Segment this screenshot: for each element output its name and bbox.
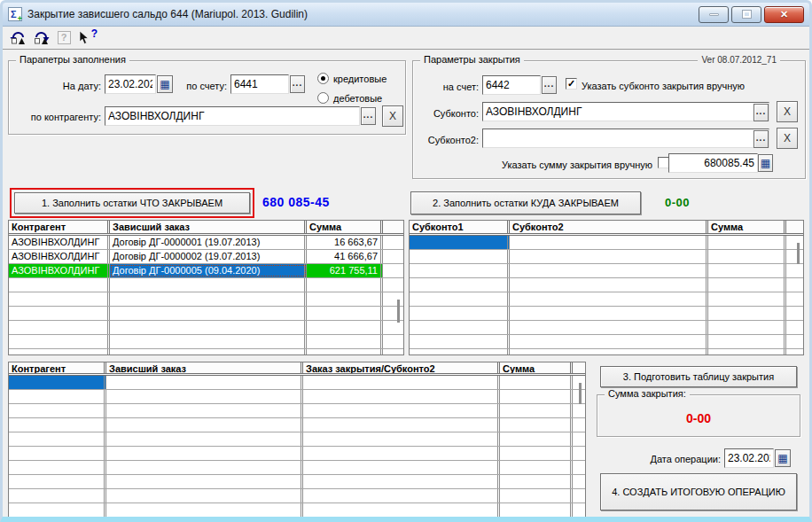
- grid-cell[interactable]: [708, 307, 786, 320]
- grid-cell[interactable]: 41 666,67: [307, 250, 383, 263]
- grid-cell[interactable]: [708, 349, 786, 355]
- grid-cell[interactable]: [9, 447, 106, 460]
- grid-cell[interactable]: [9, 335, 110, 348]
- fill-account-picker-button[interactable]: ...: [290, 75, 305, 93]
- grid-cell[interactable]: [9, 349, 110, 355]
- table-row[interactable]: [9, 475, 585, 489]
- fill-date-input[interactable]: [105, 74, 156, 94]
- grid-cell[interactable]: [510, 250, 708, 263]
- grid-cell[interactable]: [106, 475, 303, 488]
- close-button[interactable]: ✕: [764, 6, 804, 23]
- grid-cell[interactable]: [110, 292, 307, 306]
- grid-cell[interactable]: [110, 321, 307, 334]
- context-help-button[interactable]: ?: [77, 28, 97, 48]
- grid-cell[interactable]: [303, 461, 500, 474]
- grid-cell[interactable]: [510, 264, 708, 277]
- manual-subconto-label[interactable]: Указать субконто закрытия вручную: [582, 80, 745, 92]
- manual-sum-label[interactable]: Указать сумму закрытия вручную: [484, 159, 652, 171]
- grid-cell[interactable]: [106, 489, 303, 503]
- step4-create-operation-button[interactable]: 4. СОЗДАТЬ ИТОГОВУЮ ОПЕРАЦИЮ: [600, 473, 797, 510]
- grid-cell[interactable]: [410, 250, 510, 263]
- table-row[interactable]: АЗОВІНВХОЛДИНГДоговір ДГ-0000002 (19.07.…: [9, 250, 403, 264]
- grid-cell[interactable]: [500, 376, 573, 389]
- grid-cell[interactable]: [9, 461, 106, 474]
- grid-cell[interactable]: [410, 292, 510, 306]
- credit-radio[interactable]: [317, 73, 329, 84]
- grid-cell[interactable]: [106, 418, 303, 432]
- grid-cell[interactable]: [106, 503, 303, 517]
- grid-cell[interactable]: [110, 278, 307, 292]
- grid-cell[interactable]: [708, 264, 786, 277]
- grid-cell[interactable]: [510, 292, 708, 306]
- grid-cell[interactable]: 16 663,67: [307, 236, 383, 249]
- grid-cell[interactable]: [510, 236, 708, 249]
- grid-cell[interactable]: [106, 376, 303, 389]
- minimize-button[interactable]: [699, 6, 729, 23]
- table-row[interactable]: [410, 250, 803, 264]
- grid-cell[interactable]: [708, 278, 786, 292]
- grid-cell[interactable]: [708, 250, 786, 263]
- subconto2-input[interactable]: [482, 129, 769, 148]
- grid-cell[interactable]: [307, 292, 383, 306]
- step1-fill-what-button[interactable]: 1. Заполнить остатки ЧТО ЗАКРЫВАЕМ: [14, 192, 250, 214]
- grid-cell[interactable]: [303, 489, 500, 503]
- grid-cell[interactable]: [510, 349, 708, 355]
- table-row[interactable]: АЗОВІНВХОЛДИНГДоговір ДГ-0000005 (09.04.…: [9, 264, 403, 278]
- table-row[interactable]: АЗОВІНВХОЛДИНГДоговір ДГ-0000001 (19.07.…: [9, 236, 403, 250]
- grid-cell[interactable]: [708, 236, 786, 249]
- grid-cell[interactable]: [500, 447, 573, 460]
- grid-cell[interactable]: АЗОВІНВХОЛДИНГ: [9, 250, 110, 263]
- grid-cell[interactable]: [9, 404, 106, 417]
- grid-cell[interactable]: [9, 475, 106, 488]
- grid-cell[interactable]: [9, 432, 106, 446]
- table-row[interactable]: [9, 390, 585, 404]
- close-account-input[interactable]: [482, 75, 541, 95]
- table-row[interactable]: [9, 376, 585, 390]
- grid-cell[interactable]: [9, 321, 110, 334]
- subconto-clear-button[interactable]: X: [777, 101, 798, 122]
- table-row[interactable]: [9, 503, 585, 518]
- grid-cell[interactable]: [110, 349, 307, 355]
- scrollbar-thumb[interactable]: [797, 243, 800, 264]
- contractor-input[interactable]: [105, 106, 360, 126]
- grid-cell[interactable]: [500, 489, 573, 503]
- grid-cell[interactable]: [410, 321, 510, 334]
- grid-cell[interactable]: [9, 307, 110, 320]
- grid-cell[interactable]: [9, 376, 106, 389]
- result-table-scrollbar[interactable]: [576, 378, 584, 514]
- table-row[interactable]: [9, 278, 403, 292]
- grid-cell[interactable]: [9, 503, 106, 517]
- grid-cell[interactable]: [708, 335, 786, 348]
- redo-user-button[interactable]: [31, 28, 51, 48]
- grid-cell[interactable]: [410, 278, 510, 292]
- step2-fill-where-button[interactable]: 2. Заполнить остатки КУДА ЗАКРЫВАЕМ: [410, 191, 641, 214]
- grid-cell[interactable]: [303, 418, 500, 432]
- table-row[interactable]: [410, 307, 803, 321]
- grid-cell[interactable]: [410, 335, 510, 348]
- fill-date-calendar-button[interactable]: ▦: [157, 75, 173, 93]
- grid-cell[interactable]: [303, 432, 500, 446]
- scrollbar-thumb[interactable]: [397, 300, 400, 323]
- grid-cell[interactable]: [110, 335, 307, 348]
- grid-cell[interactable]: [303, 447, 500, 460]
- table-row[interactable]: [9, 307, 403, 321]
- grid-cell[interactable]: [307, 335, 383, 348]
- grid-cell[interactable]: [510, 321, 708, 334]
- grid-cell[interactable]: [110, 307, 307, 320]
- grid-cell[interactable]: [500, 390, 573, 403]
- grid-cell[interactable]: [307, 307, 383, 320]
- contractor-clear-button[interactable]: X: [382, 105, 403, 127]
- grid-cell[interactable]: АЗОВІНВХОЛДИНГ: [9, 264, 110, 277]
- grid-cell[interactable]: [410, 236, 510, 249]
- grid-cell[interactable]: Договір ДГ-0000001 (19.07.2013): [110, 236, 307, 249]
- subconto-picker-button[interactable]: ...: [753, 104, 769, 121]
- subconto2-picker-button[interactable]: ...: [753, 130, 769, 148]
- target-table-scrollbar[interactable]: [794, 238, 802, 353]
- table-row[interactable]: [9, 321, 403, 335]
- maximize-button[interactable]: [731, 6, 761, 23]
- grid-cell[interactable]: [500, 461, 573, 474]
- grid-cell[interactable]: [307, 278, 383, 292]
- grid-cell[interactable]: [410, 307, 510, 320]
- grid-cell[interactable]: [307, 321, 383, 334]
- table-row[interactable]: [410, 321, 803, 335]
